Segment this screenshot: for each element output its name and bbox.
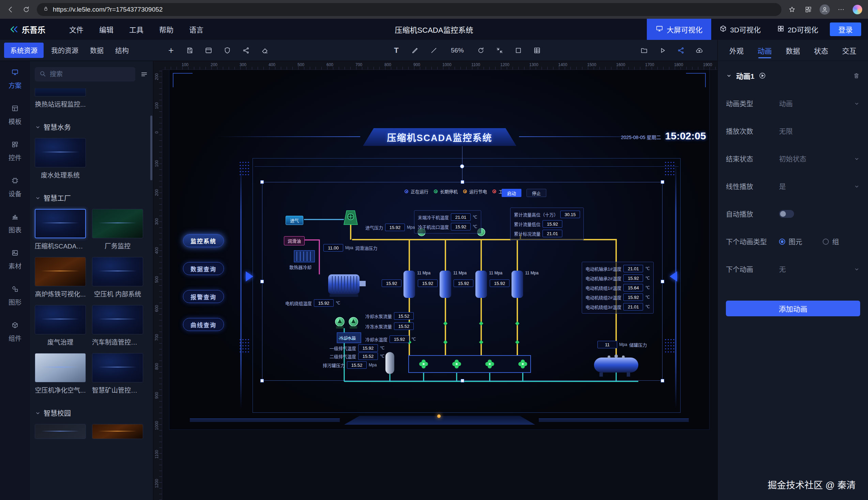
motor-temp-panel[interactable]: 电动机轴承1#温度21.01℃电动机轴承2#温度15.92℃电动机绕组1#温度1… bbox=[582, 262, 654, 314]
tab-交互[interactable]: 交互 bbox=[842, 40, 857, 61]
menu-item-编辑[interactable]: 编辑 bbox=[99, 24, 114, 34]
resource-tab-结构[interactable]: 结构 bbox=[111, 43, 133, 58]
bigscreen-mode-button[interactable]: 大屏可视化 bbox=[647, 19, 711, 40]
rotation-handle[interactable] bbox=[460, 164, 464, 168]
pen-tool-icon[interactable] bbox=[411, 46, 419, 55]
sidebar-item-component[interactable]: 组件 bbox=[0, 314, 30, 350]
carousel-right-arrow[interactable] bbox=[670, 271, 677, 282]
app-logo[interactable]: 乐吾乐 bbox=[10, 23, 45, 35]
star-icon[interactable] bbox=[787, 4, 797, 15]
resource-tab-我的资源[interactable]: 我的资源 bbox=[47, 43, 82, 58]
section-header-智慧校园[interactable]: 智慧校园 bbox=[35, 408, 146, 418]
rotate-tool-icon[interactable] bbox=[477, 46, 485, 55]
thumbnail-image[interactable] bbox=[92, 424, 143, 439]
fit-tool-icon[interactable] bbox=[495, 46, 504, 55]
3d-mode-button[interactable]: 3D可视化 bbox=[711, 24, 769, 34]
refresh-icon[interactable] bbox=[21, 4, 31, 15]
selection-handle[interactable] bbox=[661, 379, 664, 383]
resource-tab-系统资源[interactable]: 系统资源 bbox=[4, 43, 44, 58]
section-header-智慧工厂[interactable]: 智慧工厂 bbox=[35, 193, 146, 203]
share-icon[interactable] bbox=[677, 46, 685, 55]
chevron-down-icon[interactable] bbox=[726, 72, 732, 79]
trash-icon[interactable] bbox=[853, 72, 860, 79]
add-animation-button[interactable]: 添加动画 bbox=[726, 300, 860, 316]
design-canvas[interactable]: 压缩机SCADA监控系统 2025-08-05 星期二 15:02:05 正在运… bbox=[153, 61, 717, 500]
auto-play-toggle[interactable] bbox=[779, 210, 794, 218]
search-input[interactable] bbox=[50, 70, 131, 78]
thumbnail-image[interactable] bbox=[92, 353, 143, 383]
sidebar-item-shape[interactable]: 图形 bbox=[0, 278, 30, 314]
thumbnail-image[interactable] bbox=[92, 305, 143, 334]
tag-lube_pill[interactable]: 润滑油 bbox=[284, 236, 305, 246]
save-tool-icon[interactable] bbox=[186, 46, 194, 55]
login-button[interactable]: 登录 bbox=[830, 23, 861, 36]
selection-handle[interactable] bbox=[661, 280, 664, 283]
thumbnail-partial[interactable] bbox=[35, 88, 86, 96]
thumbnail-image[interactable] bbox=[35, 353, 86, 383]
field-value[interactable]: 初始状态 bbox=[779, 154, 854, 163]
thumbnail-image[interactable] bbox=[35, 424, 86, 439]
collections-icon[interactable] bbox=[803, 4, 813, 15]
menu-item-文件[interactable]: 文件 bbox=[69, 24, 83, 34]
selection-handle[interactable] bbox=[661, 180, 664, 184]
thumbnail-image[interactable] bbox=[35, 209, 86, 238]
tab-状态[interactable]: 状态 bbox=[813, 40, 829, 61]
grid-tool-icon[interactable] bbox=[533, 46, 541, 55]
chevron-down-icon[interactable] bbox=[854, 156, 860, 162]
selection-handle[interactable] bbox=[260, 280, 264, 283]
selection-handle[interactable] bbox=[461, 379, 464, 383]
avatar-icon[interactable] bbox=[820, 4, 830, 15]
resource-tab-数据[interactable]: 数据 bbox=[86, 43, 108, 58]
field-value[interactable]: 无限 bbox=[779, 126, 860, 136]
tab-动画[interactable]: 动画 bbox=[757, 40, 773, 61]
selection-handle[interactable] bbox=[260, 180, 264, 184]
dryer-panel[interactable]: 末端冷干机温度21.01℃冷干机出口温度15.92℃ bbox=[414, 210, 481, 234]
thumbnail-image[interactable] bbox=[35, 305, 86, 334]
thumbnail-image[interactable] bbox=[35, 257, 86, 286]
more-icon[interactable] bbox=[836, 4, 846, 15]
thumbnail-image[interactable] bbox=[92, 257, 143, 286]
zoom-level[interactable]: 56% bbox=[448, 47, 466, 54]
field-value[interactable]: 动画 bbox=[779, 99, 854, 109]
play-icon[interactable] bbox=[659, 46, 666, 55]
selection-handle[interactable] bbox=[461, 180, 464, 184]
thumbnail-image[interactable] bbox=[92, 209, 143, 238]
list-view-icon[interactable] bbox=[140, 70, 148, 78]
sidebar-item-widget[interactable]: 控件 bbox=[0, 133, 30, 169]
play-animation-icon[interactable] bbox=[758, 72, 766, 79]
card-tool-icon[interactable] bbox=[205, 46, 213, 55]
2d-mode-button[interactable]: 2D可视化 bbox=[769, 24, 826, 34]
tab-外观[interactable]: 外观 bbox=[729, 40, 744, 61]
search-box[interactable] bbox=[35, 67, 135, 81]
back-icon[interactable] bbox=[5, 4, 16, 15]
menu-item-语言[interactable]: 语言 bbox=[189, 24, 204, 34]
thumbnail-image[interactable] bbox=[35, 138, 86, 167]
add-tool-icon[interactable]: + bbox=[167, 46, 175, 55]
chevron-down-icon[interactable] bbox=[854, 266, 860, 272]
chevron-down-icon[interactable] bbox=[854, 101, 860, 107]
sidebar-item-template[interactable]: 模板 bbox=[0, 97, 30, 133]
cloud-icon[interactable] bbox=[695, 46, 704, 55]
copilot-icon[interactable] bbox=[852, 4, 863, 15]
text-tool-icon[interactable]: T bbox=[392, 46, 400, 55]
line-tool-icon[interactable] bbox=[430, 46, 438, 55]
sidebar-item-device[interactable]: 设备 bbox=[0, 169, 30, 205]
shield-tool-icon[interactable] bbox=[223, 46, 231, 55]
field-value[interactable]: 是 bbox=[779, 181, 854, 191]
frame-tool-icon[interactable] bbox=[514, 46, 523, 55]
tag-intake_pill[interactable]: 进气 bbox=[286, 216, 303, 225]
section-header-智慧水务[interactable]: 智慧水务 bbox=[35, 122, 146, 132]
flow-panel[interactable]: 累计流量高位（十万）30.15累计流量低位15.92累计标况流量21.01 bbox=[510, 207, 584, 240]
chevron-down-icon[interactable] bbox=[854, 183, 860, 190]
eraser-tool-icon[interactable] bbox=[261, 46, 269, 55]
radio-图元[interactable]: 图元 bbox=[779, 237, 802, 247]
scada-screen[interactable]: 压缩机SCADA监控系统 2025-08-05 星期二 15:02:05 正在运… bbox=[169, 69, 709, 430]
selection-handle[interactable] bbox=[260, 379, 264, 383]
radio-组[interactable]: 组 bbox=[823, 237, 839, 247]
carousel-left-arrow[interactable] bbox=[246, 271, 253, 282]
tab-数据[interactable]: 数据 bbox=[785, 40, 801, 61]
sidebar-item-chart[interactable]: 图表 bbox=[0, 205, 30, 242]
sidebar-item-plan[interactable]: 方案 bbox=[0, 61, 30, 97]
nodes-tool-icon[interactable] bbox=[242, 46, 250, 55]
menu-item-帮助[interactable]: 帮助 bbox=[159, 24, 173, 34]
